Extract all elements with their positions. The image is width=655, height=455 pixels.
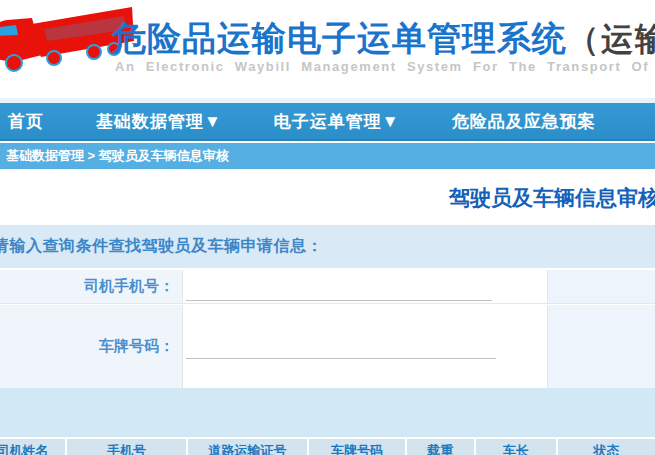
plate-number-label-cell: 车牌号码： [0, 305, 182, 388]
column-header-driver-name: 司机姓名 [0, 439, 67, 455]
nav-item-base-data-menu[interactable]: 基础数据管理▼ [96, 110, 222, 133]
results-table-header: 司机姓名 手机号 道路运输证号 车牌号码 载重 车长 状态 [0, 437, 655, 455]
main-nav: 首页 基础数据管理▼ 电子运单管理▼ 危险品及应急预案 [0, 103, 655, 141]
page-title: 驾驶员及车辆信息审核 [449, 184, 655, 212]
nav-item-emergency-plan[interactable]: 危险品及应急预案 [452, 110, 596, 133]
breadcrumb[interactable]: 基础数据管理 > 驾驶员及车辆信息审核 [0, 143, 655, 169]
query-prompt: 请输入查询条件查找驾驶员及车辆申请信息： [0, 236, 323, 257]
app-window: 危险品运输电子运单管理系统（运输公 An Electronic Waybill … [0, 0, 655, 455]
plate-number-label: 车牌号码： [0, 305, 182, 388]
driver-phone-input[interactable] [186, 274, 492, 301]
column-header-phone: 手机号 [67, 439, 188, 455]
column-header-status: 状态 [558, 439, 655, 455]
nav-item-waybill-menu[interactable]: 电子运单管理▼ [274, 110, 400, 133]
column-header-vehicle-length: 车长 [476, 439, 558, 455]
search-form: 司机手机号： 车牌号码： [0, 268, 655, 388]
form-right-spacer-2 [547, 305, 655, 388]
app-title-suffix: （运输公 [567, 21, 655, 57]
driver-phone-label-cell: 司机手机号： [0, 270, 182, 304]
app-title-main: 危险品运输电子运单管理系统 [112, 19, 567, 57]
column-header-load-capacity: 载重 [407, 439, 476, 455]
column-header-plate-number: 车牌号码 [309, 439, 407, 455]
app-subtitle: An Electronic Waybill Management System … [115, 59, 655, 74]
app-title: 危险品运输电子运单管理系统（运输公 [112, 16, 655, 62]
driver-phone-label: 司机手机号： [0, 270, 182, 303]
form-right-spacer-1 [547, 270, 655, 304]
query-band: 请输入查询条件查找驾驶员及车辆申请信息： [0, 225, 655, 268]
column-header-transport-cert: 道路运输证号 [188, 439, 309, 455]
nav-item-home[interactable]: 首页 [8, 110, 44, 133]
header: 危险品运输电子运单管理系统（运输公 An Electronic Waybill … [0, 0, 655, 98]
plate-number-input[interactable] [186, 332, 496, 359]
